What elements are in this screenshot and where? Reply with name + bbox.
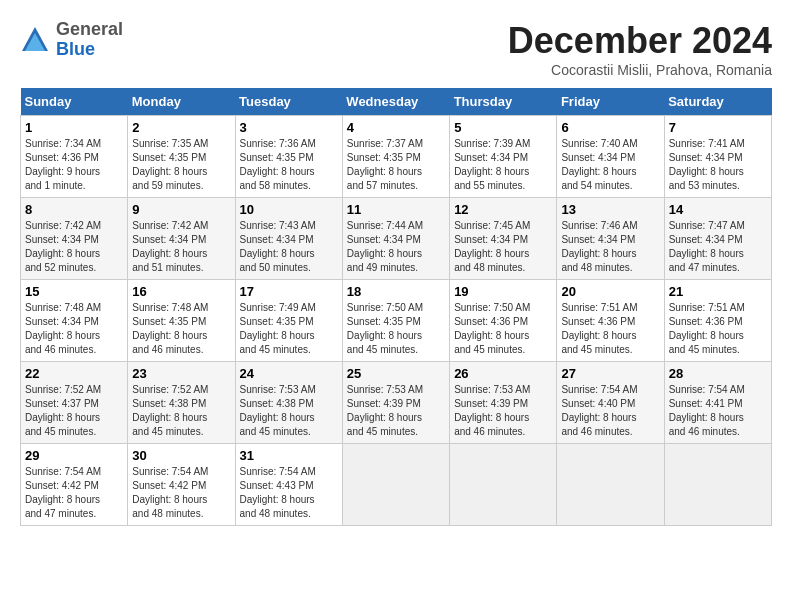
day-number: 14	[669, 202, 767, 217]
calendar-subtitle: Cocorastii Mislii, Prahova, Romania	[508, 62, 772, 78]
day-cell: 6Sunrise: 7:40 AM Sunset: 4:34 PM Daylig…	[557, 116, 664, 198]
day-number: 16	[132, 284, 230, 299]
day-info: Sunrise: 7:43 AM Sunset: 4:34 PM Dayligh…	[240, 219, 338, 275]
day-number: 15	[25, 284, 123, 299]
day-info: Sunrise: 7:51 AM Sunset: 4:36 PM Dayligh…	[669, 301, 767, 357]
day-number: 7	[669, 120, 767, 135]
day-info: Sunrise: 7:42 AM Sunset: 4:34 PM Dayligh…	[132, 219, 230, 275]
day-cell	[557, 444, 664, 526]
day-number: 1	[25, 120, 123, 135]
day-cell: 18Sunrise: 7:50 AM Sunset: 4:35 PM Dayli…	[342, 280, 449, 362]
day-number: 3	[240, 120, 338, 135]
week-row-2: 8Sunrise: 7:42 AM Sunset: 4:34 PM Daylig…	[21, 198, 772, 280]
day-number: 28	[669, 366, 767, 381]
day-number: 13	[561, 202, 659, 217]
day-cell: 10Sunrise: 7:43 AM Sunset: 4:34 PM Dayli…	[235, 198, 342, 280]
week-row-4: 22Sunrise: 7:52 AM Sunset: 4:37 PM Dayli…	[21, 362, 772, 444]
header: General Blue December 2024 Cocorastii Mi…	[20, 20, 772, 78]
day-info: Sunrise: 7:44 AM Sunset: 4:34 PM Dayligh…	[347, 219, 445, 275]
day-cell: 15Sunrise: 7:48 AM Sunset: 4:34 PM Dayli…	[21, 280, 128, 362]
calendar-header-row: SundayMondayTuesdayWednesdayThursdayFrid…	[21, 88, 772, 116]
day-cell: 28Sunrise: 7:54 AM Sunset: 4:41 PM Dayli…	[664, 362, 771, 444]
logo-blue-text: Blue	[56, 39, 95, 59]
day-number: 8	[25, 202, 123, 217]
day-cell: 9Sunrise: 7:42 AM Sunset: 4:34 PM Daylig…	[128, 198, 235, 280]
day-info: Sunrise: 7:51 AM Sunset: 4:36 PM Dayligh…	[561, 301, 659, 357]
logo-icon	[20, 25, 50, 55]
day-number: 29	[25, 448, 123, 463]
day-cell: 31Sunrise: 7:54 AM Sunset: 4:43 PM Dayli…	[235, 444, 342, 526]
day-cell: 17Sunrise: 7:49 AM Sunset: 4:35 PM Dayli…	[235, 280, 342, 362]
day-info: Sunrise: 7:47 AM Sunset: 4:34 PM Dayligh…	[669, 219, 767, 275]
day-header-tuesday: Tuesday	[235, 88, 342, 116]
week-row-3: 15Sunrise: 7:48 AM Sunset: 4:34 PM Dayli…	[21, 280, 772, 362]
day-cell: 3Sunrise: 7:36 AM Sunset: 4:35 PM Daylig…	[235, 116, 342, 198]
day-info: Sunrise: 7:50 AM Sunset: 4:35 PM Dayligh…	[347, 301, 445, 357]
day-cell: 22Sunrise: 7:52 AM Sunset: 4:37 PM Dayli…	[21, 362, 128, 444]
day-info: Sunrise: 7:54 AM Sunset: 4:41 PM Dayligh…	[669, 383, 767, 439]
day-header-sunday: Sunday	[21, 88, 128, 116]
day-cell: 26Sunrise: 7:53 AM Sunset: 4:39 PM Dayli…	[450, 362, 557, 444]
day-info: Sunrise: 7:48 AM Sunset: 4:35 PM Dayligh…	[132, 301, 230, 357]
day-info: Sunrise: 7:52 AM Sunset: 4:37 PM Dayligh…	[25, 383, 123, 439]
day-info: Sunrise: 7:42 AM Sunset: 4:34 PM Dayligh…	[25, 219, 123, 275]
day-cell: 12Sunrise: 7:45 AM Sunset: 4:34 PM Dayli…	[450, 198, 557, 280]
day-number: 2	[132, 120, 230, 135]
day-info: Sunrise: 7:53 AM Sunset: 4:38 PM Dayligh…	[240, 383, 338, 439]
day-cell: 29Sunrise: 7:54 AM Sunset: 4:42 PM Dayli…	[21, 444, 128, 526]
day-cell: 13Sunrise: 7:46 AM Sunset: 4:34 PM Dayli…	[557, 198, 664, 280]
day-cell	[664, 444, 771, 526]
day-cell: 24Sunrise: 7:53 AM Sunset: 4:38 PM Dayli…	[235, 362, 342, 444]
day-info: Sunrise: 7:35 AM Sunset: 4:35 PM Dayligh…	[132, 137, 230, 193]
day-info: Sunrise: 7:50 AM Sunset: 4:36 PM Dayligh…	[454, 301, 552, 357]
day-info: Sunrise: 7:53 AM Sunset: 4:39 PM Dayligh…	[454, 383, 552, 439]
day-cell: 4Sunrise: 7:37 AM Sunset: 4:35 PM Daylig…	[342, 116, 449, 198]
day-info: Sunrise: 7:39 AM Sunset: 4:34 PM Dayligh…	[454, 137, 552, 193]
day-number: 31	[240, 448, 338, 463]
day-cell: 1Sunrise: 7:34 AM Sunset: 4:36 PM Daylig…	[21, 116, 128, 198]
day-number: 23	[132, 366, 230, 381]
day-info: Sunrise: 7:37 AM Sunset: 4:35 PM Dayligh…	[347, 137, 445, 193]
day-number: 24	[240, 366, 338, 381]
day-info: Sunrise: 7:34 AM Sunset: 4:36 PM Dayligh…	[25, 137, 123, 193]
day-number: 9	[132, 202, 230, 217]
day-number: 6	[561, 120, 659, 135]
day-info: Sunrise: 7:45 AM Sunset: 4:34 PM Dayligh…	[454, 219, 552, 275]
day-number: 18	[347, 284, 445, 299]
day-info: Sunrise: 7:36 AM Sunset: 4:35 PM Dayligh…	[240, 137, 338, 193]
day-number: 11	[347, 202, 445, 217]
day-number: 12	[454, 202, 552, 217]
day-cell: 19Sunrise: 7:50 AM Sunset: 4:36 PM Dayli…	[450, 280, 557, 362]
day-number: 21	[669, 284, 767, 299]
day-cell: 7Sunrise: 7:41 AM Sunset: 4:34 PM Daylig…	[664, 116, 771, 198]
day-info: Sunrise: 7:54 AM Sunset: 4:42 PM Dayligh…	[25, 465, 123, 521]
calendar-title: December 2024	[508, 20, 772, 62]
day-cell: 11Sunrise: 7:44 AM Sunset: 4:34 PM Dayli…	[342, 198, 449, 280]
day-cell: 21Sunrise: 7:51 AM Sunset: 4:36 PM Dayli…	[664, 280, 771, 362]
day-cell: 14Sunrise: 7:47 AM Sunset: 4:34 PM Dayli…	[664, 198, 771, 280]
day-cell: 8Sunrise: 7:42 AM Sunset: 4:34 PM Daylig…	[21, 198, 128, 280]
day-number: 27	[561, 366, 659, 381]
day-info: Sunrise: 7:53 AM Sunset: 4:39 PM Dayligh…	[347, 383, 445, 439]
calendar-table: SundayMondayTuesdayWednesdayThursdayFrid…	[20, 88, 772, 526]
day-header-friday: Friday	[557, 88, 664, 116]
day-header-saturday: Saturday	[664, 88, 771, 116]
day-info: Sunrise: 7:54 AM Sunset: 4:43 PM Dayligh…	[240, 465, 338, 521]
logo: General Blue	[20, 20, 123, 60]
week-row-1: 1Sunrise: 7:34 AM Sunset: 4:36 PM Daylig…	[21, 116, 772, 198]
day-number: 22	[25, 366, 123, 381]
day-cell: 20Sunrise: 7:51 AM Sunset: 4:36 PM Dayli…	[557, 280, 664, 362]
day-cell: 30Sunrise: 7:54 AM Sunset: 4:42 PM Dayli…	[128, 444, 235, 526]
week-row-5: 29Sunrise: 7:54 AM Sunset: 4:42 PM Dayli…	[21, 444, 772, 526]
day-number: 10	[240, 202, 338, 217]
day-number: 4	[347, 120, 445, 135]
day-cell: 25Sunrise: 7:53 AM Sunset: 4:39 PM Dayli…	[342, 362, 449, 444]
day-cell: 27Sunrise: 7:54 AM Sunset: 4:40 PM Dayli…	[557, 362, 664, 444]
day-cell	[342, 444, 449, 526]
day-number: 19	[454, 284, 552, 299]
day-cell: 2Sunrise: 7:35 AM Sunset: 4:35 PM Daylig…	[128, 116, 235, 198]
day-info: Sunrise: 7:54 AM Sunset: 4:42 PM Dayligh…	[132, 465, 230, 521]
day-number: 5	[454, 120, 552, 135]
day-number: 30	[132, 448, 230, 463]
day-info: Sunrise: 7:48 AM Sunset: 4:34 PM Dayligh…	[25, 301, 123, 357]
